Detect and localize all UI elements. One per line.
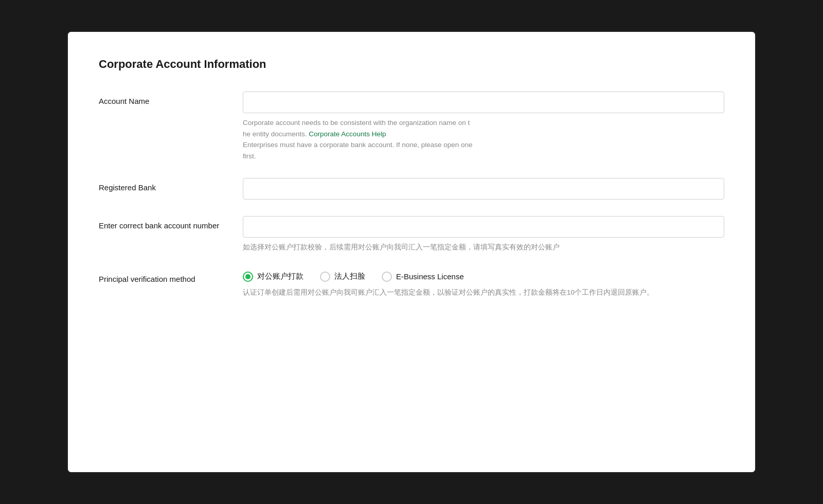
bank-account-number-content: 如选择对公账户打款校验，后续需用对公账户向我司汇入一笔指定金额，请填写真实有效的… — [243, 216, 724, 253]
bank-account-number-label: Enter correct bank account number — [99, 216, 243, 230]
bank-account-note: 如选择对公账户打款校验，后续需用对公账户向我司汇入一笔指定金额，请填写真实有效的… — [243, 242, 724, 253]
corporate-accounts-help-link[interactable]: Corporate Accounts Help — [309, 130, 386, 138]
verification-method-content: 对公账户打款 法人扫脸 E-Business License 认证订单创建后需用… — [243, 269, 724, 299]
radio-circle-bank-transfer — [243, 272, 253, 282]
radio-circle-legal-scan — [320, 272, 330, 282]
radio-label-legal-scan: 法人扫脸 — [334, 272, 365, 281]
radio-label-bank-transfer: 对公账户打款 — [257, 272, 303, 281]
registered-bank-label: Registered Bank — [99, 178, 243, 192]
radio-group: 对公账户打款 法人扫脸 E-Business License — [243, 272, 724, 282]
account-name-label: Account Name — [99, 92, 243, 105]
account-name-content: Corporate account needs to be consistent… — [243, 92, 724, 161]
account-name-row: Account Name Corporate account needs to … — [99, 92, 724, 161]
radio-label-ebusiness-license: E-Business License — [396, 272, 464, 281]
corporate-account-card: Corporate Account Information Account Na… — [67, 31, 756, 473]
verification-method-label: Principal verification method — [99, 269, 243, 283]
registered-bank-content — [243, 178, 724, 200]
radio-option-legal-scan[interactable]: 法人扫脸 — [320, 272, 365, 282]
section-title: Corporate Account Information — [99, 58, 724, 71]
registered-bank-row: Registered Bank — [99, 178, 724, 200]
verification-method-row: Principal verification method 对公账户打款 法人扫… — [99, 269, 724, 299]
radio-circle-ebusiness-license — [382, 272, 392, 282]
radio-option-bank-transfer[interactable]: 对公账户打款 — [243, 272, 303, 282]
help-text-2: Enterprises must have a corporate bank a… — [243, 141, 473, 160]
bank-account-number-row: Enter correct bank account number 如选择对公账… — [99, 216, 724, 253]
radio-option-ebusiness-license[interactable]: E-Business License — [382, 272, 464, 282]
verification-note: 认证订单创建后需用对公账户向我司账户汇入一笔指定金额，以验证对公账户的真实性，打… — [243, 287, 724, 299]
account-name-help: Corporate account needs to be consistent… — [243, 117, 724, 161]
bank-account-number-input[interactable] — [243, 216, 724, 238]
account-name-input[interactable] — [243, 92, 724, 113]
registered-bank-input[interactable] — [243, 178, 724, 200]
